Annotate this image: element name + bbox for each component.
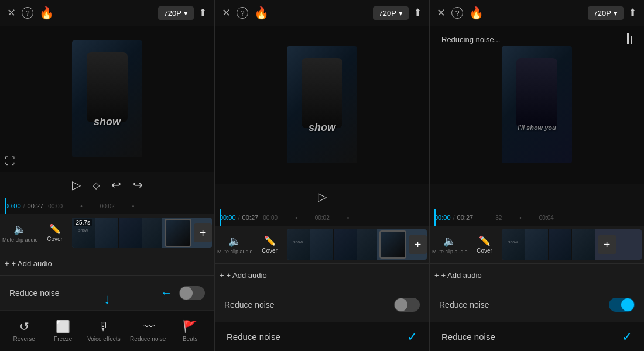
topbar-3: ✕ ? 🔥 720P▾ ⬆	[430, 0, 644, 26]
toggle-knob-3	[621, 298, 634, 311]
tool-beats-1[interactable]: 🚩 Beats	[176, 319, 205, 342]
tool-freeze-1[interactable]: ⬜ Freeze	[49, 319, 78, 342]
mask-figure-1	[87, 52, 128, 122]
video-thumbnail-3: I'll show you	[502, 46, 572, 163]
cover-thumb-2	[379, 230, 406, 259]
check-icon-3[interactable]: ✓	[622, 329, 632, 345]
clip-segment-2: show +	[287, 229, 427, 260]
play-button-1[interactable]: ▷	[72, 178, 81, 192]
add-audio-button-2[interactable]: + + Add audio	[220, 271, 267, 280]
add-audio-button-3[interactable]: + + Add audio	[434, 271, 482, 280]
play-button-2[interactable]: ▷	[318, 190, 327, 204]
frame-2-2	[310, 229, 334, 260]
mute-button-1[interactable]: 🔈 Mute clip audio	[2, 223, 38, 243]
freeze-icon-1: ⬜	[56, 319, 70, 333]
toggle-slider-1[interactable]	[179, 286, 205, 300]
frame-1-2	[95, 218, 119, 248]
help-button-1[interactable]: ?	[22, 7, 33, 19]
clip-track-1: 🔈 Mute clip audio ✏️ Cover 25.7s show +	[0, 214, 214, 252]
panel-3: ✕ ? 🔥 720P▾ ⬆ I'll show you Reducing noi…	[430, 0, 644, 351]
clip-track-3: 🔈 Mute clip audio ✏️ Cover show +	[430, 226, 644, 263]
timeline-bar-1: 00:00 / 00:27 00:00 • 00:02 •	[0, 198, 214, 214]
timeline-current-3: 00:00	[434, 214, 451, 221]
freeze-label-1: Freeze	[54, 336, 72, 342]
upload-button-1[interactable]: ⬆	[198, 6, 207, 19]
help-button-2[interactable]: ?	[237, 7, 248, 19]
cover-button-1[interactable]: ✏️ Cover	[40, 223, 70, 242]
check-icon-2[interactable]: ✓	[407, 329, 417, 345]
add-audio-plus-2: +	[220, 271, 224, 280]
undo-button-1[interactable]: ↩	[111, 178, 121, 192]
resolution-button-1[interactable]: 720P▾	[158, 6, 194, 20]
playhead-3	[434, 209, 436, 226]
clip-frames-2: show	[287, 229, 377, 260]
beats-label-1: Beats	[183, 336, 198, 342]
mute-button-2[interactable]: 🔈 Mute clip audio	[217, 235, 253, 254]
fullscreen-button-1[interactable]: ⛶	[5, 155, 15, 167]
mute-button-3[interactable]: 🔈 Mute clip audio	[432, 235, 468, 254]
add-audio-label-2: + Add audio	[227, 271, 267, 280]
frame-2-1: show	[287, 229, 310, 260]
toggle-slider-3[interactable]	[609, 298, 635, 312]
tool-reduce-noise-1[interactable]: 〰 Reduce noise	[130, 320, 166, 342]
video-thumbnail-1: show	[72, 40, 142, 157]
mask-figure-2	[302, 58, 342, 128]
mute-label-1: Mute clip audio	[2, 237, 38, 243]
frame-2-3	[334, 229, 357, 260]
audio-bars-indicator	[627, 33, 632, 44]
close-button-1[interactable]: ✕	[7, 6, 16, 19]
redo-button-1[interactable]: ↪	[133, 178, 143, 192]
add-clip-button-3[interactable]: +	[598, 235, 616, 254]
timeline-current-2: 00:00	[220, 214, 236, 221]
toggle-knob-1	[180, 287, 193, 300]
flame-icon-2: 🔥	[254, 6, 269, 20]
frame-2-4	[357, 229, 377, 260]
tick3-3: 00:04	[539, 215, 554, 221]
resolution-button-3[interactable]: 720P▾	[588, 6, 624, 20]
playhead-1	[5, 198, 6, 214]
toggle-slider-2[interactable]	[394, 298, 420, 312]
cover-label-1: Cover	[47, 236, 63, 242]
timeline-total-2: 00:27	[242, 214, 259, 221]
bottom-toolbar-1: ↓ ↺ Reverse ⬜ Freeze 🎙 Voice effects 〰 R…	[0, 310, 214, 351]
reverse-label-1: Reverse	[13, 336, 35, 342]
reduce-noise-label-3: Reduce noise	[439, 300, 602, 309]
reduce-noise-footer-label-3: Reduce noise	[441, 332, 495, 342]
cover-button-3[interactable]: ✏️ Cover	[470, 235, 499, 254]
timeline-total-3: 00:27	[457, 214, 474, 221]
clip-segment-1: 25.7s show +	[72, 218, 212, 248]
tool-reverse-1[interactable]: ↺ Reverse	[9, 319, 39, 342]
cover-label-3: Cover	[477, 247, 492, 254]
keyframe-button-1[interactable]: ◇	[93, 180, 100, 191]
tick-2: 00:02	[100, 203, 115, 209]
frame-1-4	[142, 218, 162, 248]
tick-3: •	[132, 203, 135, 209]
close-button-3[interactable]: ✕	[437, 6, 446, 19]
cover-button-2[interactable]: ✏️ Cover	[255, 235, 285, 254]
upload-button-3[interactable]: ⬆	[628, 6, 637, 19]
tool-voice-effects-1[interactable]: 🎙 Voice effects	[87, 320, 121, 342]
add-audio-plus-3: +	[434, 271, 439, 280]
add-audio-button-1[interactable]: + + Add audio	[5, 259, 52, 268]
clip-track-2: 🔈 Mute clip audio ✏️ Cover show +	[215, 226, 429, 263]
add-audio-label-3: + Add audio	[441, 271, 482, 280]
add-clip-button-1[interactable]: +	[194, 223, 212, 242]
playback-controls-3	[430, 184, 644, 209]
tick-1: •	[80, 203, 83, 209]
flame-icon-1: 🔥	[39, 6, 54, 20]
help-button-3[interactable]: ?	[451, 7, 463, 19]
timeline-total-1: 00:27	[28, 202, 44, 209]
timeline-bar-3: 00:00 / 00:27 32 • 00:04	[430, 209, 644, 226]
add-clip-button-2[interactable]: +	[409, 235, 427, 254]
playback-controls-2: ▷	[215, 184, 429, 209]
voice-effects-icon-1: 🎙	[98, 320, 109, 333]
frame-1-3	[119, 218, 142, 248]
video-preview-2: show	[215, 26, 429, 184]
reduce-noise-icon-1: 〰	[143, 320, 153, 333]
upload-button-2[interactable]: ⬆	[413, 6, 422, 19]
close-button-2[interactable]: ✕	[222, 6, 231, 19]
speaker-icon-1: 🔈	[13, 223, 26, 236]
clip-time-1: 25.7s	[74, 219, 92, 226]
mute-label-2: Mute clip audio	[217, 249, 253, 254]
resolution-button-2[interactable]: 720P▾	[373, 6, 409, 20]
